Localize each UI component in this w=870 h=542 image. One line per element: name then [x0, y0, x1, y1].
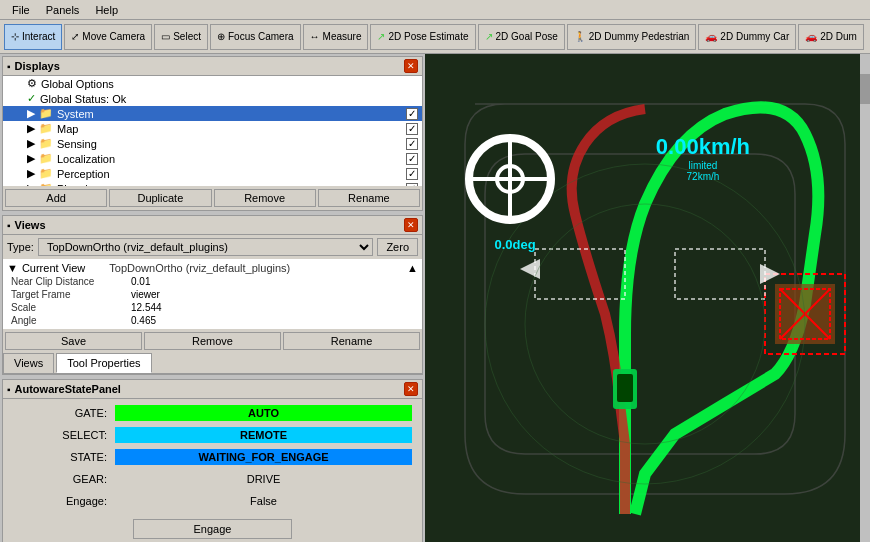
state-label: STATE: [11, 447, 111, 467]
display-checkbox[interactable] [406, 168, 418, 180]
cv-key: Angle [7, 314, 127, 327]
menu-help[interactable]: Help [87, 2, 126, 18]
left-panel: ▪ Displays ✕ ⚙ Global Options ✓ Global S… [0, 54, 425, 542]
folder-icon: ▶ [27, 137, 35, 150]
displays-header: ▪ Displays ✕ [3, 57, 422, 76]
select-icon: ▭ [161, 31, 170, 42]
select-value: REMOTE [113, 425, 414, 445]
engage-button[interactable]: Engage [133, 519, 293, 539]
steering-wheel: 0.0deg [465, 134, 565, 234]
cv-val: 0.01 [127, 275, 418, 288]
2d-goal-button[interactable]: ↗ 2D Goal Pose [478, 24, 565, 50]
list-item[interactable]: ▶ 📁 Perception [3, 166, 422, 181]
rename-view-button[interactable]: Rename [283, 332, 420, 350]
type-row: Type: TopDownOrtho (rviz_default_plugins… [3, 235, 422, 259]
remove-view-button[interactable]: Remove [144, 332, 281, 350]
folder-open-icon: 📁 [39, 137, 53, 150]
camera-icon: ⤢ [71, 31, 79, 42]
scroll-thumb[interactable] [860, 74, 870, 104]
type-select[interactable]: TopDownOrtho (rviz_default_plugins) [38, 238, 373, 256]
2d-pose-button[interactable]: ↗ 2D Pose Estimate [370, 24, 475, 50]
speed-limited-label: limited [656, 160, 750, 171]
folder-icon: ▶ [27, 107, 35, 120]
add-button[interactable]: Add [5, 189, 107, 207]
engage-value: False [113, 491, 414, 511]
tab-views[interactable]: Views [3, 353, 54, 373]
list-item[interactable]: ▶ 📁 Sensing [3, 136, 422, 151]
item-label: Localization [57, 153, 115, 165]
item-label: Perception [57, 168, 110, 180]
cv-key: Target Frame [7, 288, 127, 301]
views-header: ▪ Views ✕ [3, 216, 422, 235]
list-item[interactable]: ▶ 📁 Map [3, 121, 422, 136]
displays-title: Displays [15, 60, 60, 72]
autoware-state-panel: ▪ AutowareStatePanel ✕ GATE: AUTO SELECT… [2, 379, 423, 542]
list-item[interactable]: ✓ Global Status: Ok [3, 91, 422, 106]
state-panel-header: ▪ AutowareStatePanel ✕ [3, 380, 422, 399]
select-label: SELECT: [11, 425, 111, 445]
folder-icon: ▶ [27, 152, 35, 165]
rename-button[interactable]: Rename [318, 189, 420, 207]
save-view-button[interactable]: Save [5, 332, 142, 350]
folder-icon: ▶ [27, 167, 35, 180]
cv-val: 0.465 [127, 314, 418, 327]
display-checkbox[interactable] [406, 123, 418, 135]
folder-icon: ▶ [27, 122, 35, 135]
zero-button[interactable]: Zero [377, 238, 418, 256]
views-close-button[interactable]: ✕ [404, 218, 418, 232]
displays-list: ⚙ Global Options ✓ Global Status: Ok ▶ 📁… [3, 76, 422, 186]
tab-tool-properties[interactable]: Tool Properties [56, 353, 151, 373]
select-button[interactable]: ▭ Select [154, 24, 208, 50]
2d-dummy-button[interactable]: 🚗 2D Dum [798, 24, 864, 50]
arrow-goal-icon: ↗ [485, 31, 493, 42]
list-item[interactable]: ▶ 📁 System [3, 106, 422, 121]
engage-row: Engage [3, 515, 422, 542]
scroll-indicator[interactable] [860, 54, 870, 542]
state-close-button[interactable]: ✕ [404, 382, 418, 396]
pedestrian-icon: 🚶 [574, 31, 586, 42]
state-status: WAITING_FOR_ENGAGE [115, 449, 412, 465]
folder-open-icon: 📁 [39, 167, 53, 180]
cv-plugin: TopDownOrtho (rviz_default_plugins) [109, 262, 290, 274]
remove-button[interactable]: Remove [214, 189, 316, 207]
display-checkbox[interactable] [406, 153, 418, 165]
sw-spoke-v [508, 142, 512, 216]
menu-file[interactable]: File [4, 2, 38, 18]
folder-open-icon: 📁 [39, 107, 53, 120]
scroll-arrow: ▲ [407, 262, 418, 274]
views-icon: ▪ [7, 220, 11, 231]
views-buttons: Save Remove Rename [3, 329, 422, 353]
select-status: REMOTE [115, 427, 412, 443]
item-label: Sensing [57, 138, 97, 150]
map-view: 0.0deg 0.00km/h limited 72km/h [425, 54, 870, 542]
display-checkbox[interactable] [406, 138, 418, 150]
ruler-icon: ↔ [310, 31, 320, 42]
speed-display: 0.00km/h limited 72km/h [656, 134, 750, 182]
2d-dummy-pedestrian-button[interactable]: 🚶 2D Dummy Pedestrian [567, 24, 697, 50]
measure-button[interactable]: ↔ Measure [303, 24, 369, 50]
focus-camera-button[interactable]: ⊕ Focus Camera [210, 24, 301, 50]
duplicate-button[interactable]: Duplicate [109, 189, 211, 207]
folder-open-icon: 📁 [39, 182, 53, 186]
display-checkbox[interactable] [406, 183, 418, 186]
interact-button[interactable]: ⊹ Interact [4, 24, 62, 50]
check-icon: ✓ [27, 92, 36, 105]
list-item[interactable]: ⚙ Global Options [3, 76, 422, 91]
cursor-icon: ⊹ [11, 31, 19, 42]
steering-angle-value: 0.0deg [494, 237, 535, 252]
displays-section: ▪ Displays ✕ ⚙ Global Options ✓ Global S… [2, 56, 423, 211]
folder-open-icon: 📁 [39, 122, 53, 135]
steering-wheel-outer [465, 134, 555, 224]
menu-panels[interactable]: Panels [38, 2, 88, 18]
menu-bar: File Panels Help [0, 0, 870, 20]
move-camera-button[interactable]: ⤢ Move Camera [64, 24, 152, 50]
list-item[interactable]: ▶ 📁 Localization [3, 151, 422, 166]
views-tabs: Views Tool Properties [3, 353, 422, 374]
engage-label: Engage: [11, 491, 111, 511]
2d-dummy-car-button[interactable]: 🚗 2D Dummy Car [698, 24, 796, 50]
item-label: System [57, 108, 94, 120]
folder-icon: ▶ [27, 182, 35, 186]
display-checkbox[interactable] [406, 108, 418, 120]
displays-close-button[interactable]: ✕ [404, 59, 418, 73]
map-svg [425, 54, 870, 542]
